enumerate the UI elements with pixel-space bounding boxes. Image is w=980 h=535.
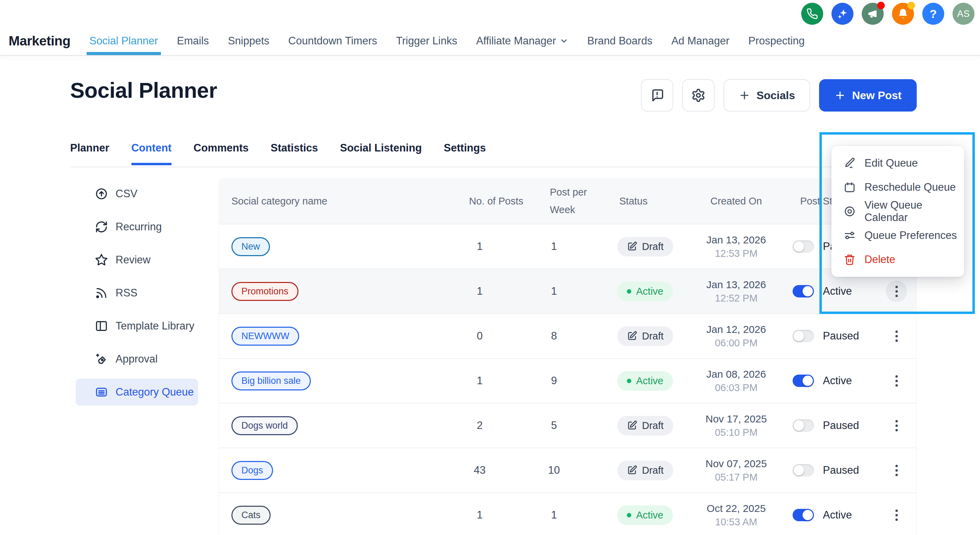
table-row: Promotions 1 1 Active Jan 13, 202612:52 …: [219, 268, 916, 313]
notifications-icon[interactable]: [892, 3, 914, 25]
tab-comments[interactable]: Comments: [194, 142, 248, 165]
nav-item-social-planner[interactable]: Social Planner: [89, 27, 158, 55]
table-row: Big billion sale 1 9 Active Jan 08, 2026…: [219, 358, 916, 403]
pencil-icon: [844, 157, 856, 169]
upload-circle-icon: [95, 187, 108, 200]
content-sidebar: CSV Recurring Review RSS Template Librar…: [76, 180, 198, 406]
no-of-posts-value: 1: [442, 285, 517, 297]
row-actions-kebab[interactable]: [886, 505, 907, 526]
row-actions-kebab[interactable]: [886, 281, 907, 302]
add-socials-button[interactable]: Socials: [724, 79, 810, 112]
post-status-toggle[interactable]: [792, 419, 814, 432]
status-badge: Draft: [617, 326, 673, 346]
category-pill[interactable]: Promotions: [231, 282, 299, 301]
created-on: Nov 17, 202505:10 PM: [688, 413, 784, 438]
row-actions-kebab[interactable]: [886, 460, 907, 481]
eye-icon: [844, 206, 856, 217]
page-title: Social Planner: [70, 78, 217, 102]
menu-item-edit-queue[interactable]: Edit Queue: [832, 151, 964, 175]
sidebar-item-label: Review: [116, 254, 151, 266]
feedback-button[interactable]: [641, 79, 673, 112]
menu-item-view-queue-calendar[interactable]: View Queue Calendar: [832, 199, 964, 224]
category-pill[interactable]: Big billion sale: [231, 372, 311, 390]
help-icon[interactable]: ?: [922, 3, 944, 25]
announcements-icon[interactable]: [862, 3, 884, 25]
sidebar-item-template-library[interactable]: Template Library: [76, 313, 198, 339]
nav-item-emails[interactable]: Emails: [177, 27, 209, 55]
table-row: Cats 1 1 Active Oct 22, 202510:53 AM Act…: [219, 492, 916, 535]
menu-item-queue-preferences[interactable]: Queue Preferences: [832, 224, 964, 248]
avatar[interactable]: AS: [953, 3, 975, 25]
sidebar-item-label: Category Queue: [116, 386, 194, 398]
post-status-toggle[interactable]: [792, 330, 814, 342]
tab-social-listening[interactable]: Social Listening: [340, 142, 422, 165]
created-on: Jan 12, 202606:00 PM: [688, 324, 784, 349]
feedback-icon: [650, 88, 664, 102]
table-row: Dogs world 2 5 Draft Nov 17, 202505:10 P…: [219, 403, 916, 447]
sidebar-item-label: Template Library: [116, 320, 194, 332]
nav-item-snippets[interactable]: Snippets: [228, 27, 270, 55]
tab-content[interactable]: Content: [131, 142, 172, 165]
sliders-icon: [844, 230, 856, 241]
post-per-week-value: 1: [517, 509, 591, 521]
sidebar-item-category-queue[interactable]: Category Queue: [76, 379, 198, 406]
no-of-posts-value: 2: [442, 419, 517, 432]
tab-settings[interactable]: Settings: [444, 142, 486, 165]
category-pill[interactable]: Dogs: [231, 461, 273, 480]
category-pill[interactable]: Cats: [231, 506, 270, 525]
layout-icon: [95, 319, 108, 332]
table-row: Dogs 43 10 Draft Nov 07, 202505:17 PM Pa…: [219, 447, 916, 492]
trash-icon: [844, 254, 856, 265]
post-status-toggle[interactable]: [792, 240, 814, 253]
post-per-week-value: 1: [517, 240, 591, 253]
row-actions-kebab[interactable]: [886, 415, 907, 436]
row-actions-kebab[interactable]: [886, 370, 907, 391]
category-pill[interactable]: NEWWWW: [231, 327, 299, 346]
nav-item-affiliate-manager[interactable]: Affiliate Manager: [476, 27, 568, 55]
category-pill[interactable]: New: [231, 237, 270, 256]
sidebar-item-approval[interactable]: Approval: [76, 346, 198, 372]
menu-item-reschedule-queue[interactable]: Reschedule Queue: [832, 175, 964, 199]
sidebar-item-csv[interactable]: CSV: [76, 180, 198, 207]
post-per-week-value: 1: [517, 285, 591, 297]
sidebar-item-label: CSV: [116, 188, 138, 200]
menu-item-delete[interactable]: Delete: [832, 248, 964, 271]
menu-item-label: Queue Preferences: [864, 229, 957, 242]
no-of-posts-value: 1: [442, 375, 517, 387]
pen-tool-icon: [95, 353, 108, 366]
nav-item-countdown-timers[interactable]: Countdown Timers: [288, 27, 377, 55]
created-on: Oct 22, 202510:53 AM: [688, 503, 784, 528]
category-queue-table: Social category name No. of Posts Post p…: [219, 178, 917, 535]
tab-planner[interactable]: Planner: [70, 142, 109, 165]
phone-icon[interactable]: [801, 3, 823, 25]
post-per-week-value: 8: [517, 330, 591, 342]
post-status-toggle[interactable]: [792, 464, 814, 476]
post-status-toggle[interactable]: [792, 375, 814, 387]
sidebar-item-label: Recurring: [116, 221, 162, 233]
queue-list-icon: [95, 386, 108, 399]
col-social-category-name: Social category name: [219, 196, 442, 207]
nav-item-prospecting[interactable]: Prospecting: [748, 27, 805, 55]
sidebar-item-recurring[interactable]: Recurring: [76, 214, 198, 240]
edit-icon: [627, 420, 637, 431]
nav-item-trigger-links[interactable]: Trigger Links: [396, 27, 457, 55]
settings-button[interactable]: [682, 79, 714, 112]
nav-item-brand-boards[interactable]: Brand Boards: [587, 27, 653, 55]
post-status-toggle[interactable]: [792, 285, 814, 297]
planner-tabs: Planner Content Comments Statistics Soci…: [70, 142, 486, 165]
post-status-label: Paused: [823, 464, 859, 476]
menu-item-label: Edit Queue: [864, 157, 918, 169]
post-status-label: Paused: [823, 419, 859, 432]
status-badge: Draft: [617, 237, 673, 257]
sidebar-item-rss[interactable]: RSS: [76, 279, 198, 307]
post-status-toggle[interactable]: [792, 509, 814, 521]
sidebar-item-review[interactable]: Review: [76, 246, 198, 273]
topbar-icon-cluster: ? AS: [801, 3, 975, 25]
nav-item-ad-manager[interactable]: Ad Manager: [671, 27, 729, 55]
post-status-label: Active: [823, 285, 852, 297]
new-post-button[interactable]: New Post: [819, 79, 917, 112]
category-pill[interactable]: Dogs world: [231, 416, 298, 435]
tab-statistics[interactable]: Statistics: [270, 142, 318, 165]
ai-sparkles-icon[interactable]: [832, 3, 853, 25]
row-actions-kebab[interactable]: [886, 325, 907, 347]
